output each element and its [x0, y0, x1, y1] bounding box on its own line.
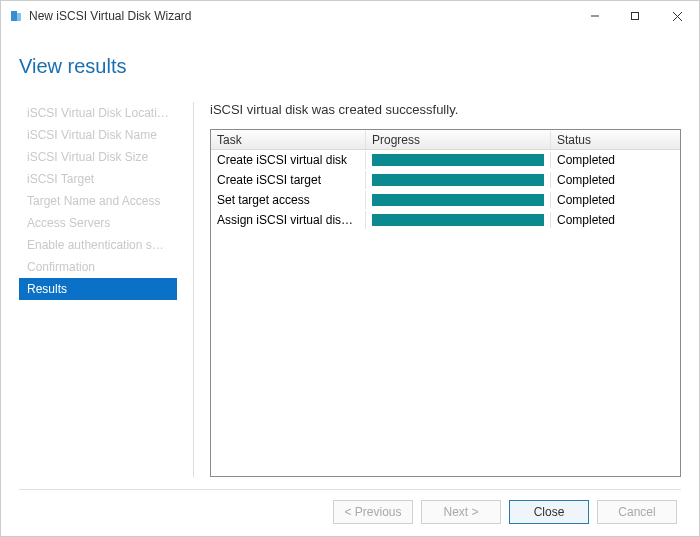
app-icon	[9, 9, 23, 23]
wizard-steps-sidebar: iSCSI Virtual Disk Location iSCSI Virtua…	[19, 102, 177, 477]
task-progress	[366, 172, 551, 188]
title-bar: New iSCSI Virtual Disk Wizard	[1, 1, 699, 31]
tasks-header-row: Task Progress Status	[211, 130, 680, 150]
page-heading: View results	[19, 55, 681, 78]
cancel-button: Cancel	[597, 500, 677, 524]
maximize-button[interactable]	[615, 1, 655, 31]
task-row: Set target access Completed	[211, 190, 680, 210]
tasks-table: Task Progress Status Create iSCSI virtua…	[210, 129, 681, 477]
task-name: Create iSCSI target	[211, 171, 366, 189]
task-progress	[366, 192, 551, 208]
col-header-progress[interactable]: Progress	[366, 131, 551, 149]
progress-bar	[372, 214, 544, 226]
minimize-button[interactable]	[575, 1, 615, 31]
task-row: Create iSCSI virtual disk Completed	[211, 150, 680, 170]
wizard-button-row: < Previous Next > Close Cancel	[19, 500, 681, 536]
sidebar-item-enable-auth: Enable authentication ser...	[19, 234, 177, 256]
close-button[interactable]: Close	[509, 500, 589, 524]
sidebar-item-iscsi-target: iSCSI Target	[19, 168, 177, 190]
sidebar-item-disk-location: iSCSI Virtual Disk Location	[19, 102, 177, 124]
vertical-separator	[193, 102, 194, 477]
task-progress	[366, 212, 551, 228]
col-header-status[interactable]: Status	[551, 131, 680, 149]
close-window-button[interactable]	[655, 1, 699, 31]
progress-bar	[372, 154, 544, 166]
task-row: Assign iSCSI virtual disk to target Comp…	[211, 210, 680, 230]
task-name: Assign iSCSI virtual disk to target	[211, 211, 366, 229]
horizontal-separator	[19, 489, 681, 490]
task-row: Create iSCSI target Completed	[211, 170, 680, 190]
task-status: Completed	[551, 151, 680, 169]
task-status: Completed	[551, 171, 680, 189]
progress-bar	[372, 174, 544, 186]
sidebar-item-disk-size: iSCSI Virtual Disk Size	[19, 146, 177, 168]
col-header-task[interactable]: Task	[211, 131, 366, 149]
task-name: Create iSCSI virtual disk	[211, 151, 366, 169]
window-controls	[575, 1, 699, 31]
svg-rect-0	[11, 11, 17, 21]
task-progress	[366, 152, 551, 168]
task-status: Completed	[551, 191, 680, 209]
next-button: Next >	[421, 500, 501, 524]
sidebar-item-results: Results	[19, 278, 177, 300]
sidebar-item-disk-name: iSCSI Virtual Disk Name	[19, 124, 177, 146]
svg-rect-1	[17, 13, 21, 21]
results-panel: iSCSI virtual disk was created successfu…	[210, 102, 681, 477]
window-title: New iSCSI Virtual Disk Wizard	[29, 9, 191, 23]
content-area: View results iSCSI Virtual Disk Location…	[1, 31, 699, 536]
progress-bar	[372, 194, 544, 206]
success-message: iSCSI virtual disk was created successfu…	[210, 102, 681, 117]
task-status: Completed	[551, 211, 680, 229]
sidebar-item-target-name: Target Name and Access	[19, 190, 177, 212]
sidebar-item-confirmation: Confirmation	[19, 256, 177, 278]
svg-rect-3	[632, 13, 639, 20]
sidebar-item-access-servers: Access Servers	[19, 212, 177, 234]
main-area: iSCSI Virtual Disk Location iSCSI Virtua…	[19, 102, 681, 477]
task-name: Set target access	[211, 191, 366, 209]
previous-button: < Previous	[333, 500, 413, 524]
